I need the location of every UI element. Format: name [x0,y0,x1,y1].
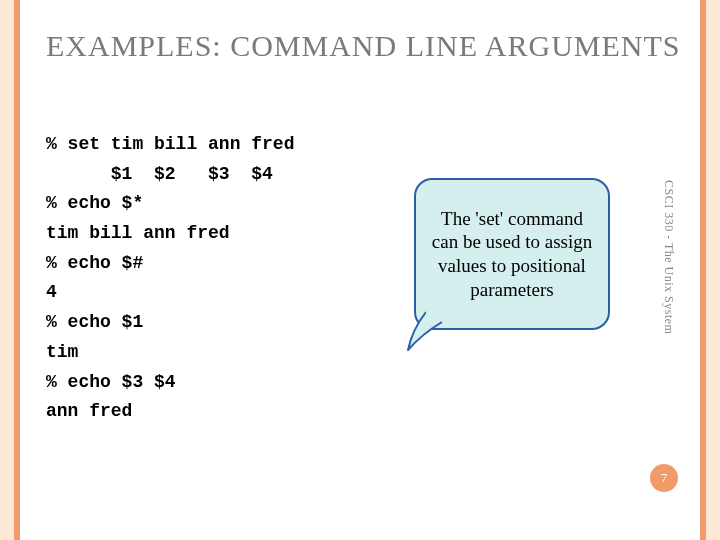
slide: EXAMPLES: COMMAND LINE ARGUMENTS % set t… [14,0,706,540]
accent-bar-left [14,0,20,540]
callout-bubble: The 'set' command can be used to assign … [414,178,610,330]
callout-text: The 'set' command can be used to assign … [430,207,594,302]
code-example: % set tim bill ann fred $1 $2 $3 $4 % ec… [46,130,294,427]
slide-title: EXAMPLES: COMMAND LINE ARGUMENTS [46,28,681,64]
page-number: 7 [661,470,668,486]
accent-bar-right [700,0,706,540]
callout-tail-icon [402,310,446,354]
page-number-badge: 7 [650,464,678,492]
course-label: CSCI 330 - The Unix System [661,180,676,334]
